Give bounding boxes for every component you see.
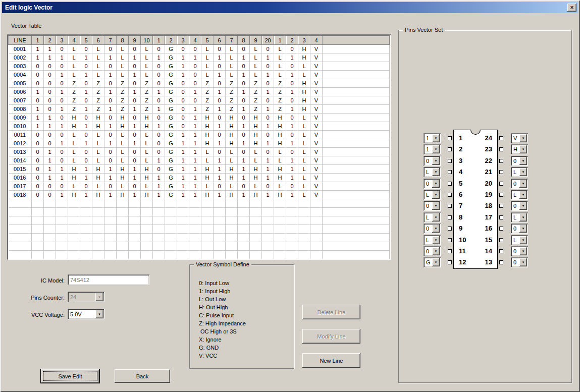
close-icon: ✕ [570,5,574,10]
col-header-line: LINE [9,36,32,45]
pin-7-select-value: 0 [426,203,429,209]
table-row[interactable]: 0006101Z1Z1Z1Z1G01Z1Z1Z1Z1HV [9,88,390,96]
pin-13-select[interactable]: 0▼ [511,257,528,267]
pin-5-select[interactable]: 0▼ [424,179,441,189]
table-row[interactable]: 0001110L0L0L0L0G00L0L0L0L0HV [9,45,390,53]
pin-12-select[interactable]: G▼ [424,257,441,267]
table-row[interactable]: 0014010L0L0L0L1G11L1L1L1L1LV [9,156,390,165]
close-button[interactable]: ✕ [567,4,576,12]
vector-cell: 1 [189,191,201,199]
pin-3-select[interactable]: 0▼ [424,156,441,166]
col-header-pin: 3 [298,36,310,45]
chip-pin-number: 14 [476,248,492,255]
table-row[interactable]: 0008101Z1Z1Z1Z1G01Z1Z1Z1Z1HV [9,105,390,114]
table-row[interactable]: 0010111H1H1H1H1G01H1H1H1H1LV [9,122,390,131]
vector-cell: L [250,148,262,156]
table-row[interactable]: 0016011H1H1H1H1G11H1H1H1H1LV [9,174,390,182]
vector-cell: 0 [44,71,56,79]
vector-cell: 1 [177,174,189,182]
vector-cell: H [117,114,129,122]
pin-1-select[interactable]: 1▼ [424,133,441,143]
table-row[interactable]: 0018001H1H1H1H1G11H1H1H1H1LV [9,191,390,199]
vector-cell: G [165,182,177,191]
empty-cell [129,234,141,242]
vector-cell: L [250,62,262,71]
vector-cell: V [310,45,323,53]
pin-8-select[interactable]: L▼ [424,212,441,222]
vector-cell: 0 [44,105,56,114]
vector-cell: 0 [104,96,117,105]
vector-cell: 0 [104,62,117,71]
vector-cell: L [92,156,104,165]
vector-cell: 0 [286,131,298,139]
table-row[interactable]: 0012001L1L1L1L0G11H1H1H1H1LV [9,139,390,148]
pin-15-select[interactable]: L▼ [511,235,528,245]
empty-cell [141,234,153,242]
vector-cell: H [92,122,104,131]
table-row[interactable]: 0013010L0L0L0L0G11L0L0L0L0LV [9,148,390,156]
chip-pin-number: 21 [476,169,492,176]
pin-16-select[interactable]: 0▼ [511,223,528,234]
table-row[interactable]: 0009110H0H0H0H0G01H0H0H0H0LV [9,114,390,122]
pin-14-select[interactable]: 0▼ [511,246,528,256]
pin-2-select-value: 1 [426,146,429,152]
pin-19-select[interactable]: L▼ [511,190,528,200]
pin-21-select[interactable]: L▼ [511,167,528,177]
pin-4-select[interactable]: L▼ [424,167,441,177]
col-header-pin: 2 [286,36,298,45]
empty-cell [214,251,226,259]
vector-cell: L [226,45,238,53]
table-row[interactable]: 0002111L1L1L1L1G11L1L1L1L1HV [9,53,390,62]
col-header-pin: 5 [201,36,214,45]
empty-cell [80,242,92,251]
save-edit-button[interactable]: Save Edit [41,369,99,383]
pin-22-select[interactable]: 0▼ [511,156,528,166]
table-row[interactable]: 0004001L1L1L1L0G10L1L1L1L1LV [9,71,390,79]
pin-17-select[interactable]: L▼ [511,212,528,222]
chevron-down-icon: ▼ [95,293,103,301]
pin-24-select[interactable]: V▼ [511,133,528,143]
vector-cell: H [201,122,214,131]
pin-20-select[interactable]: 0▼ [511,179,528,189]
vector-cell: 1 [238,105,250,114]
chevron-down-icon: ▼ [432,145,440,153]
pin-23-select[interactable]: H▼ [511,144,528,154]
chevron-down-icon: ▼ [519,258,527,266]
pin-7-select[interactable]: 0▼ [424,201,441,211]
vector-cell: 1 [129,53,141,62]
pin-11-select[interactable]: 0▼ [424,246,441,256]
empty-cell [298,216,310,225]
vector-cell: 1 [129,122,141,131]
empty-cell [153,216,165,225]
vector-cell: 1 [44,122,56,131]
empty-cell [44,242,56,251]
vector-cell: G [165,191,177,199]
empty-cell [129,242,141,251]
vector-cell: Z [92,79,104,88]
table-row[interactable]: 0007000Z0Z0Z0Z0G00Z0Z0Z0Z0HV [9,96,390,105]
col-header-pin: 6 [92,36,104,45]
pin-18-select[interactable]: 0▼ [511,201,528,211]
table-row[interactable]: 0005000Z0Z0Z0Z0G00Z0Z0Z0Z0HV [9,79,390,88]
vcc-voltage-select[interactable]: 5.0V ▼ [68,309,104,319]
new-line-button[interactable]: New Line [302,353,360,368]
pin-9-select[interactable]: 0▼ [424,223,441,234]
table-row[interactable]: 0003000L0L0L0L0G10L0L0L0L0LV [9,62,390,71]
filler-cell [323,139,390,148]
pin-6-select[interactable]: L▼ [424,190,441,200]
empty-cell [189,234,201,242]
vector-cell: 0 [80,131,92,139]
pin-2-select[interactable]: 1▼ [424,144,441,154]
table-row[interactable]: 0011000L0L0L0L0G11H0H0H0H0LV [9,131,390,139]
vector-cell: V [310,174,323,182]
table-row[interactable]: 0017000L0L0L0L1G11L0L0L0L0LV [9,182,390,191]
chevron-down-icon: ▼ [519,157,527,165]
back-button[interactable]: Back [115,369,170,383]
vector-cell: H [274,114,286,122]
pin-stub [499,193,503,197]
vector-cell: L [250,71,262,79]
col-header-pin: 9 [250,36,262,45]
table-row[interactable]: 0015011H1H1H1H0G11H1H1H1H1LV [9,165,390,174]
pin-10-select[interactable]: L▼ [424,235,441,245]
pin-5-select-value: 0 [426,181,429,187]
